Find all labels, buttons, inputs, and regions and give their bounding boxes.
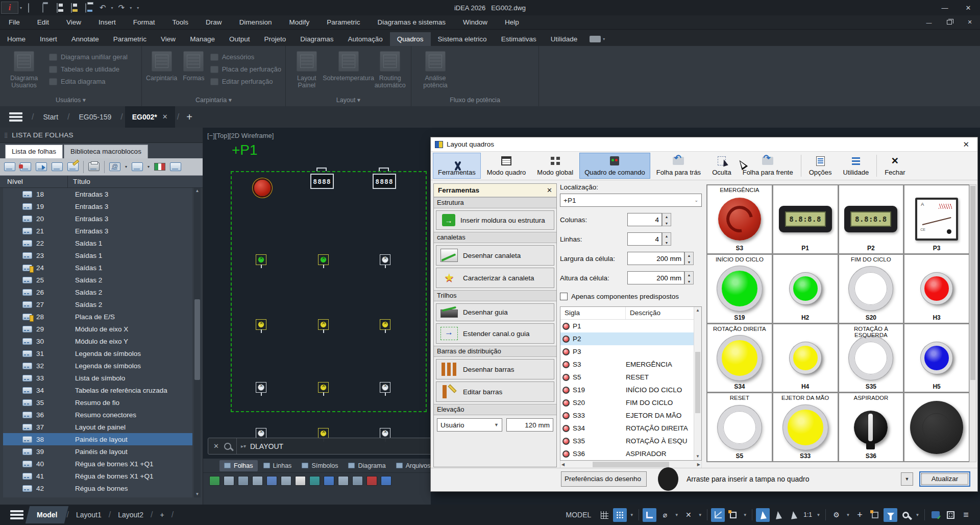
doc-tab-start[interactable]: Start [36,106,65,128]
ribbon-tab-parametric[interactable]: Parametric [106,32,154,46]
plot-icon[interactable] [85,4,94,12]
dock-toolbar-icon-1[interactable] [209,476,220,486]
ribbon-tab-view[interactable]: View [154,32,183,46]
palette-button-desenhar-guia[interactable]: Desenhar guia [436,303,554,321]
open-file-icon[interactable] [42,4,52,12]
dock-toolbar-icon-9[interactable] [324,476,334,486]
component-cell-p2[interactable]: 8.8:8.8P2 [839,185,903,253]
palette-button-inserir-moldura-ou-estrutura[interactable]: →Inserir moldura ou estrutura [436,210,554,230]
table-row[interactable]: 34Tabelas de referência cruzada [3,384,192,396]
isoplane-icon[interactable]: ✕ [681,508,695,522]
table-row[interactable]: 20Entradas 3 [3,212,192,225]
palette-button-estender-canal-o-guia[interactable]: Estender canal.o guia [436,323,554,344]
sigla-row[interactable]: P1 [560,320,701,332]
layout-tabs-menu-icon[interactable] [10,510,23,519]
print-sheets-icon[interactable] [88,162,100,171]
settings-dropdown-icon[interactable]: ▼ [845,508,851,522]
ribbon-panel-label-carpintaria[interactable]: Carpintaria ▾ [142,95,285,106]
component-cell-s20[interactable]: FIM DO CICLOS20 [839,255,903,323]
menu-dimension[interactable]: Dimension [231,15,281,30]
snap-mode-icon[interactable] [613,508,627,522]
update-dropdown-button[interactable]: ▼ [901,472,913,486]
component-cell-h4[interactable]: H4 [773,324,838,392]
new-file-icon[interactable] [28,4,37,12]
dock-toolbar-icon-3[interactable] [238,476,249,486]
component-cell-s3[interactable]: EMERGÊNCIAS3 [707,185,772,253]
altura-input[interactable] [627,271,684,284]
snap-dropdown-icon[interactable]: ▼ [628,508,635,522]
component-cell-s19[interactable]: INÍCIO DO CICLOS19 [707,255,772,323]
dialog-toolbar-opções[interactable]: Opções [804,153,837,179]
app-menu-dropdown-icon[interactable]: ▾ [20,6,22,10]
workspace-icon[interactable] [928,508,942,522]
component-grid-scrollbar[interactable] [969,184,976,462]
ribbon-tab-automação[interactable]: Automação [341,32,390,46]
dock-toolbar-icon-12[interactable] [366,476,377,486]
snap-tracking-icon[interactable] [771,508,785,522]
table-row[interactable]: 27Saídas 2 [3,298,192,311]
table-row[interactable]: 25Saídas 2 [3,274,192,286]
layout-tab-layout2[interactable]: Layout2 [111,511,151,519]
table-row[interactable]: 31Legenda de símbolos [3,347,192,360]
menu-draw[interactable]: Draw [197,15,231,30]
table-row[interactable]: 24Saídas 1 [3,261,192,274]
doc-restore-button[interactable] [939,15,960,30]
polar-tracking-icon[interactable]: ⌀ [658,508,672,522]
colunas-input[interactable] [627,213,662,226]
column-descricao[interactable]: Descrição [626,307,701,319]
ribbon-display-toggle[interactable]: ▾ [590,36,605,46]
palette-button-editar-barras[interactable]: Editar barras [436,381,554,402]
ribbon-tab-manage[interactable]: Manage [183,32,222,46]
component-cell-p1[interactable]: 8.8:8.8P1 [773,185,838,253]
file-tabs-menu-icon[interactable] [9,112,22,122]
sigla-table-vscrollbar[interactable]: ▲ ▼ [694,307,701,460]
tab-close-icon[interactable]: ✕ [162,106,168,128]
ribbon-bigbutton-diagrama-usuarios[interactable]: Diagrama Usuarios [4,49,44,95]
ribbon-tab-annotate[interactable]: Annotate [64,32,106,46]
sheet-list-scrollbar[interactable]: ▲ ▼ [194,188,201,497]
tools-palette-header[interactable]: Ferramentas ✕ [434,184,556,197]
table-row[interactable]: 33Lista de símbolo [3,372,192,384]
sigla-row[interactable]: P2 [560,332,701,345]
dock-tab-símbolos[interactable]: Símbolos [297,460,342,471]
settings-gear-icon[interactable]: ⚙ [829,508,843,522]
ribbon-tab-estimativas[interactable]: Estimativas [494,32,544,46]
localizacao-combo[interactable]: +P1 ⌄ [560,194,702,207]
ribbon-panel-label-usuários[interactable]: Usuários ▾ [0,95,141,106]
column-nivel[interactable]: Nível [0,176,68,187]
ribbon-bigbutton-análise-potência[interactable]: Análise potência [415,49,455,95]
ribbon-tab-quadros[interactable]: Quadros [390,32,431,46]
redo-dropdown-icon[interactable]: ▾ [130,6,132,10]
menu-modify[interactable]: Modify [280,15,318,30]
ortho-mode-icon[interactable] [643,508,656,522]
sidebar-tab-biblioteca-macroblocos[interactable]: Biblioteca macroblocos [64,145,148,158]
viewport-controls-label[interactable]: [−][Top][2D Wireframe] [207,132,274,139]
largura-input[interactable] [627,252,684,265]
sigla-row[interactable]: S35ROTAÇÃO À ESQU [560,435,701,447]
dock-tab-arquivos[interactable]: Arquivos [391,460,435,471]
update-button[interactable]: Atualizar [919,471,970,487]
ribbon-item-acessórios[interactable]: Acessórios [210,53,281,61]
ribbon-item-editar-perfuração[interactable]: Editar perfuração [210,78,281,85]
customization-dropdown-icon[interactable]: ▼ [914,508,921,522]
close-button[interactable]: ✕ [957,0,980,15]
dialog-toolbar-fechar[interactable]: ✕Fechar [879,153,910,179]
ribbon-bigbutton-carpintaria[interactable]: Carpintaria [146,49,177,95]
colunas-stepper[interactable]: ▲▼ [627,213,671,226]
table-row[interactable]: 35Resumo de fio [3,396,192,409]
ribbon-tab-projeto[interactable]: Projeto [257,32,293,46]
table-row[interactable]: 38Painéis de layout [3,433,192,445]
dock-toolbar-icon-5[interactable] [266,476,277,486]
command-line[interactable]: ✕ ▸▾ DLAYOUT [208,438,438,455]
menu-view[interactable]: View [58,15,90,30]
layout-tab-model[interactable]: Model [26,506,69,523]
annotation-scale-label[interactable]: 1:1 [802,508,814,522]
menu-diagramas-e-sistemas[interactable]: Diagramas e sistemas [369,15,454,30]
dock-toolbar-icon-8[interactable] [309,476,320,486]
qat-customize-icon[interactable]: ▾ [137,6,139,10]
table-row[interactable]: 42Régua de bornes [3,482,192,494]
copy-pages-icon[interactable] [132,162,143,171]
ribbon-item-edita-diagrama[interactable]: Edita diagrama [49,78,128,85]
command-history-icon[interactable]: ▸▾ [237,443,250,449]
ribbon-tab-utilidade[interactable]: Utilidade [544,32,585,46]
